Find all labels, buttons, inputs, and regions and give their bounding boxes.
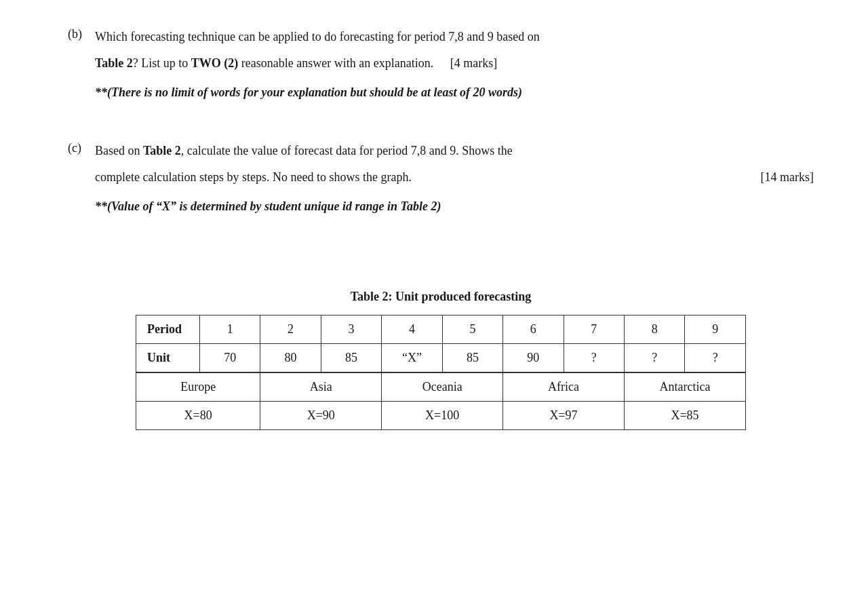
x-values-row: X=80 X=90 X=100 X=97 X=85: [136, 401, 746, 429]
x-antarctica: X=85: [624, 401, 745, 429]
unit-9: ?: [685, 343, 746, 372]
question-c-post: , calculate the value of forecast data f…: [181, 144, 513, 157]
period-7: 7: [564, 315, 624, 343]
x-europe: X=80: [136, 401, 260, 429]
unit-row: Unit 70 80 85 “X” 85 90 ? ? ?: [136, 343, 746, 372]
period-8: 8: [624, 315, 684, 343]
unit-8: ?: [624, 343, 684, 372]
question-c-text: Based on Table 2, calculate the value of…: [95, 141, 814, 161]
note-b: **(There is no limit of words for your e…: [95, 83, 814, 102]
period-6: 6: [503, 315, 564, 343]
period-4: 4: [382, 315, 442, 343]
table2-bold-b: Table 2: [95, 56, 133, 70]
unit-1: 70: [199, 343, 260, 372]
region-row: Europe Asia Oceania Africa Antarctica: [136, 372, 746, 402]
question-c: (c) Based on Table 2, calculate the valu…: [68, 141, 814, 216]
period-2: 2: [260, 315, 321, 343]
x-asia: X=90: [260, 401, 382, 429]
region-africa: Africa: [503, 372, 625, 402]
period-row: Period 1 2 3 4 5 6 7 8 9: [136, 315, 746, 343]
question-b-line2: Table 2? List up to TWO (2) reasonable a…: [95, 54, 814, 73]
marks-c: [14 marks]: [761, 168, 814, 187]
period-header: Period: [136, 315, 200, 343]
question-c-label: (c): [68, 141, 95, 155]
unit-5: 85: [442, 343, 502, 372]
unit-6: 90: [503, 343, 564, 372]
table-section: Table 2: Unit produced forecasting Perio…: [68, 290, 814, 430]
unit-header: Unit: [136, 343, 200, 372]
x-oceania: X=100: [382, 401, 503, 429]
unit-7: ?: [564, 343, 624, 372]
unit-2: 80: [260, 343, 321, 372]
region-europe: Europe: [136, 372, 260, 402]
note-c: **(Value of “X” is determined by student…: [95, 197, 814, 216]
question-c-line2: complete calculation steps by steps. No …: [95, 168, 412, 187]
table2-bold-c: Table 2: [143, 144, 181, 157]
x-africa: X=97: [503, 401, 625, 429]
question-b-text: Which forecasting technique can be appli…: [95, 27, 814, 47]
marks-b: [4 marks]: [450, 56, 497, 70]
region-antarctica: Antarctica: [624, 372, 745, 402]
two-bold: TWO (2): [191, 56, 239, 70]
unit-3: 85: [321, 343, 381, 372]
question-b-line1: Which forecasting technique can be appli…: [95, 30, 540, 43]
question-b-normal: ? List up to: [133, 56, 191, 70]
content-area: (b) Which forecasting technique can be a…: [68, 27, 814, 430]
question-c-line2-wrapper: complete calculation steps by steps. No …: [95, 168, 814, 187]
region-oceania: Oceania: [382, 372, 503, 402]
table-title: Table 2: Unit produced forecasting: [68, 290, 814, 304]
question-b-label: (b): [68, 27, 95, 41]
forecast-table: Period 1 2 3 4 5 6 7 8 9 Unit 70 80 85: [136, 315, 746, 430]
unit-4: “X”: [382, 343, 442, 372]
question-c-pre: Based on: [95, 144, 143, 157]
period-5: 5: [442, 315, 502, 343]
period-9: 9: [685, 315, 746, 343]
question-b-rest: reasonable answer with an explanation.: [238, 56, 433, 70]
region-asia: Asia: [260, 372, 382, 402]
period-1: 1: [199, 315, 260, 343]
question-b: (b) Which forecasting technique can be a…: [68, 27, 814, 102]
period-3: 3: [321, 315, 381, 343]
